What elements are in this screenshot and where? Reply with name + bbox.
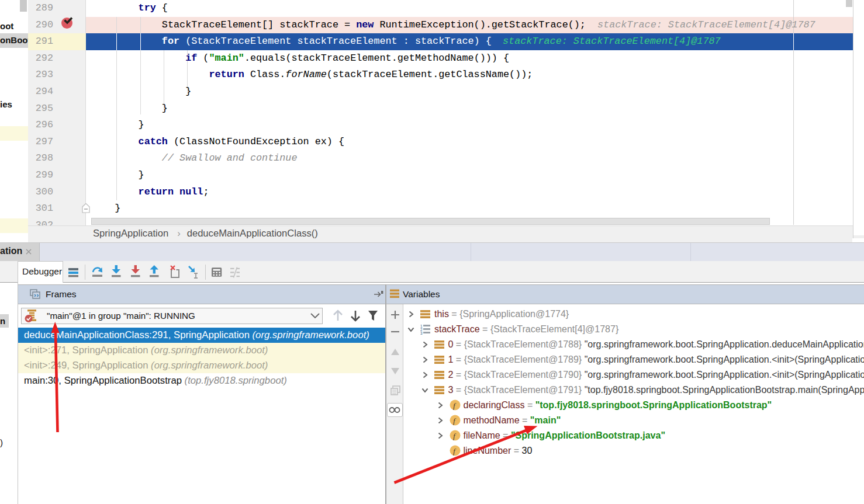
svg-text:3: 3 — [420, 331, 423, 335]
